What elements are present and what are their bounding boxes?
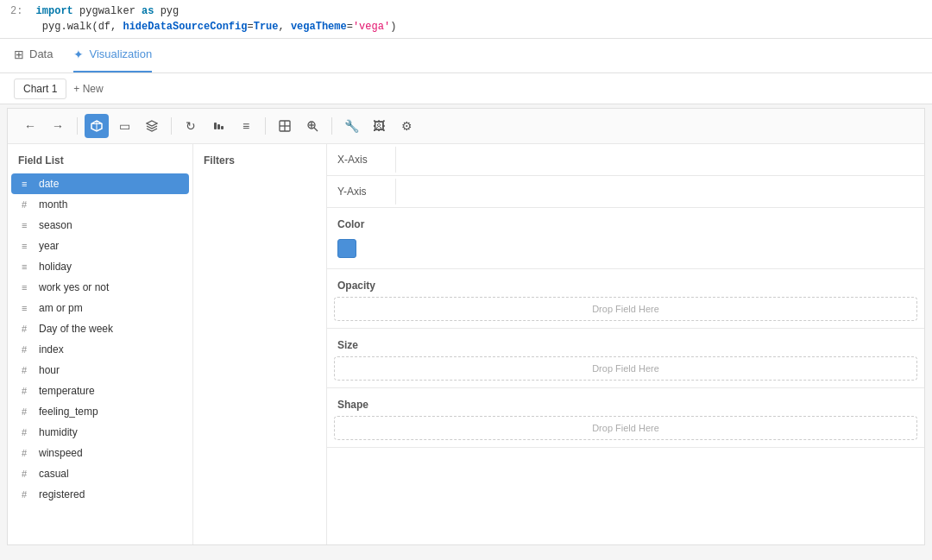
hash-icon: # — [22, 324, 34, 334]
field-label: winspeed — [39, 447, 83, 459]
field-label: year — [39, 240, 59, 252]
x-axis-label: X-Axis — [327, 147, 396, 173]
field-label: Day of the week — [39, 323, 113, 335]
code-as-kw: as — [142, 5, 154, 17]
mark-type-button[interactable]: ▭ — [112, 114, 136, 138]
zoom-in-icon — [306, 120, 318, 132]
chart-type-button[interactable] — [85, 114, 109, 138]
hash-icon: # — [22, 344, 34, 355]
field-label: am or pm — [39, 302, 83, 314]
opacity-drop-zone[interactable]: Drop Field Here — [334, 297, 917, 321]
field-item-registered[interactable]: #registered — [11, 484, 189, 505]
field-item-Day-of-the-week[interactable]: #Day of the week — [11, 318, 189, 339]
chart-tab-new-label: + New — [73, 83, 103, 95]
undo-button[interactable]: ← — [18, 114, 42, 138]
doc-icon: ≡ — [22, 282, 34, 293]
doc-icon: ≡ — [22, 261, 34, 272]
x-axis-content[interactable] — [396, 144, 924, 175]
field-item-season[interactable]: ≡season — [11, 215, 189, 236]
svg-rect-5 — [217, 124, 220, 129]
layers-icon — [146, 120, 158, 132]
color-section-title: Color — [334, 215, 917, 236]
color-swatch[interactable] — [337, 239, 356, 258]
cube-icon — [91, 120, 103, 132]
doc-icon: ≡ — [22, 241, 34, 251]
wrench-button[interactable]: 🔧 — [339, 114, 363, 138]
code-comma: , — [279, 21, 291, 33]
tab-data-label: Data — [29, 47, 53, 60]
y-axis-content[interactable] — [396, 176, 924, 207]
image-button[interactable]: 🖼 — [367, 114, 391, 138]
zoom-in-button[interactable] — [300, 114, 324, 138]
field-label: feeling_temp — [39, 406, 98, 418]
shape-drop-zone[interactable]: Drop Field Here — [334, 416, 917, 440]
size-drop-zone[interactable]: Drop Field Here — [334, 356, 917, 381]
sort-desc-button[interactable]: ≡ — [234, 114, 258, 138]
field-item-feeling_temp[interactable]: #feeling_temp — [11, 401, 189, 422]
line-num-2 — [10, 21, 29, 33]
field-item-humidity[interactable]: #humidity — [11, 422, 189, 443]
shape-section: Shape Drop Field Here — [327, 388, 924, 448]
tab-bar: ⊞ Data ✦ Visualization — [0, 39, 932, 73]
zoom-button[interactable] — [273, 114, 297, 138]
field-item-am-or-pm[interactable]: ≡am or pm — [11, 298, 189, 318]
gear-button[interactable]: ⚙ — [394, 114, 419, 138]
field-item-holiday[interactable]: ≡holiday — [11, 256, 189, 277]
chart-tab-new[interactable]: + New — [73, 83, 103, 95]
code-eq1: = — [247, 21, 253, 33]
hash-icon: # — [22, 386, 34, 396]
toolbar-sep-3 — [265, 117, 266, 135]
field-item-index[interactable]: #index — [11, 339, 189, 360]
refresh-button[interactable]: ↻ — [179, 114, 203, 138]
layer-button[interactable] — [140, 114, 164, 138]
hash-icon: # — [22, 469, 34, 479]
hash-icon: # — [22, 406, 34, 417]
field-item-hour[interactable]: #hour — [11, 360, 189, 381]
field-label: humidity — [39, 426, 78, 438]
field-label: registered — [39, 488, 85, 500]
field-label: month — [39, 198, 67, 211]
doc-icon: ≡ — [22, 303, 34, 313]
shape-section-title: Shape — [334, 395, 917, 416]
field-item-winspeed[interactable]: #winspeed — [11, 443, 189, 463]
code-paren-open: (df, — [91, 21, 123, 33]
sort-asc-button[interactable] — [206, 114, 230, 138]
viz-icon: ✦ — [73, 47, 84, 61]
chart-tab-1[interactable]: Chart 1 — [14, 79, 66, 99]
field-label: holiday — [39, 261, 72, 273]
field-list-title: Field List — [8, 151, 192, 173]
color-section: Color — [327, 208, 924, 269]
field-label: temperature — [39, 385, 95, 397]
svg-rect-4 — [214, 123, 217, 129]
field-item-casual[interactable]: #casual — [11, 463, 189, 484]
content-area: Field List ≡date#month≡season≡year≡holid… — [8, 144, 924, 544]
tab-viz-label: Visualization — [89, 47, 152, 60]
code-param1: hideDataSourceConfig — [123, 21, 247, 33]
hash-icon: # — [22, 489, 34, 500]
field-item-date[interactable]: ≡date — [11, 173, 189, 194]
field-item-month[interactable]: #month — [11, 194, 189, 215]
filters-title: Filters — [200, 151, 319, 173]
opacity-drop-text: Drop Field Here — [592, 304, 659, 314]
line-num-1: 2: — [10, 5, 22, 17]
field-item-year[interactable]: ≡year — [11, 236, 189, 256]
code-import-kw: import — [36, 5, 73, 17]
chart-tabs: Chart 1 + New — [0, 73, 932, 104]
field-label: date — [39, 178, 59, 190]
doc-icon: ≡ — [22, 220, 34, 230]
code-fn: walk — [67, 21, 92, 33]
sort-asc-icon — [212, 120, 224, 132]
code-var: pyg — [42, 21, 61, 33]
field-item-temperature[interactable]: #temperature — [11, 381, 189, 401]
tab-visualization[interactable]: ✦ Visualization — [73, 39, 152, 72]
svg-marker-3 — [147, 121, 157, 126]
redo-button[interactable]: → — [46, 114, 70, 138]
field-label: work yes or not — [39, 281, 109, 293]
field-label: hour — [39, 364, 60, 376]
tab-data[interactable]: ⊞ Data — [14, 39, 53, 72]
code-val-true: True — [254, 21, 279, 33]
y-axis-label: Y-Axis — [327, 179, 396, 204]
field-item-work-yes-or-not[interactable]: ≡work yes or not — [11, 277, 189, 298]
svg-rect-6 — [221, 126, 224, 129]
doc-icon: ≡ — [22, 179, 34, 189]
